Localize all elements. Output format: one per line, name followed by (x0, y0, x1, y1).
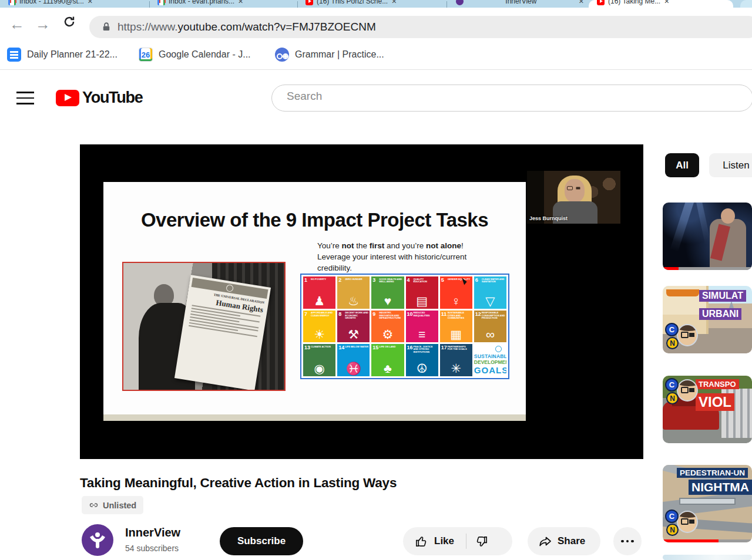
slide-bottom-strip (103, 414, 526, 421)
cn-channel-badge: C N (665, 323, 698, 351)
bookmark-label: Daily Planner 21-22... (27, 49, 118, 60)
sdg-tile-8: 8DECENT WORK AND ECONOMIC GROWTH⚒ (337, 311, 370, 343)
related-video-thumbnail[interactable]: SIMULAT URBANI C N (663, 286, 752, 353)
related-video-thumbnail[interactable] (663, 203, 752, 270)
search-input[interactable] (287, 90, 639, 103)
sdg-tile-12: 12RESPONSIBLE CONSUMPTION AND PRODUCTION… (474, 311, 506, 343)
webcam-overlay: Jess Burnquist (527, 171, 620, 224)
back-icon[interactable]: ← (9, 14, 25, 35)
bookmark-google-calendar[interactable]: 26 Google Calendar - J... (139, 48, 251, 62)
host-face-icon (677, 379, 698, 402)
innerview-icon (456, 0, 464, 5)
tab-current-video[interactable]: (16) Taking Me... ✕ (597, 0, 727, 8)
speaker-name-label: Jess Burnquist (529, 215, 568, 221)
tab-title: InnerView (505, 0, 536, 5)
subscriber-count: 54 subscribers (125, 544, 179, 553)
thumbnail-text: NIGHTMA (689, 480, 752, 495)
menu-icon[interactable] (16, 92, 34, 104)
sdg-tile-13: 13CLIMATE ACTION◉ (303, 344, 335, 376)
sdg-tile-9: 9INDUSTRY, INNOVATION AND INFRASTRUCTURE… (371, 311, 404, 343)
search-box[interactable] (271, 85, 752, 112)
browser-toolbar: ← → https://www.youtube.com/watch?v=FMJ7… (0, 8, 752, 42)
sdg-tile-5: 5GENDER EQUALITY♀ (440, 276, 472, 309)
lock-icon (101, 22, 112, 32)
tab-inbox-2[interactable]: Inbox - evan.phans... ✕ (157, 0, 290, 8)
sdg-tile-4: 4QUALITY EDUCATION▤ (406, 276, 438, 309)
youtube-logo[interactable]: YouTube (56, 89, 142, 107)
close-icon[interactable]: ✕ (88, 0, 93, 5)
related-video-thumbnail[interactable]: TRANSPO VIOL C N (663, 376, 752, 443)
sdg-logo-tile: SUSTAINABLE DEVELOPMENT GOALS (474, 344, 506, 376)
host-face-icon (677, 324, 698, 346)
slide-body-text: You’re not the first and you’re not alon… (317, 241, 494, 274)
sdg-tile-3: 3GOOD HEALTH AND WELL-BEING♥ (371, 276, 404, 309)
thumbnail-text: TRANSPO (696, 379, 739, 389)
close-icon[interactable]: ✕ (238, 0, 243, 5)
reload-icon[interactable] (62, 15, 76, 29)
tab-title: Inbox - 111990@st... (19, 0, 84, 5)
chip-all[interactable]: All (665, 153, 699, 177)
docs-icon (7, 48, 21, 62)
thumbnail-text: SIMULAT (699, 290, 746, 302)
cn-channel-badge: C N (665, 378, 698, 406)
gmail-icon (8, 0, 16, 5)
share-arrow-icon (538, 534, 552, 548)
video-player[interactable]: Overview of the 9 Impact Project Tasks Y… (80, 144, 643, 459)
sdg-tile-14: 14LIFE BELOW WATER♓ (337, 344, 370, 376)
tab-divider (446, 1, 447, 8)
more-actions-button[interactable] (613, 527, 642, 555)
unlisted-label: Unlisted (103, 501, 136, 510)
gmail-icon (157, 0, 165, 5)
presentation-slide: Overview of the 9 Impact Project Tasks Y… (103, 182, 526, 414)
thumbnail-text: PEDESTRIAN-UN (677, 468, 748, 478)
share-button[interactable]: Share (528, 527, 600, 555)
sdg-tile-1: 1NO POVERTY♟ (303, 276, 335, 309)
url-text: https://www.youtube.com/watch?v=FMJ7BZOE… (118, 21, 376, 33)
sdg-grid: 1NO POVERTY♟2ZERO HUNGER♨3GOOD HEALTH AN… (300, 274, 509, 379)
related-video-thumbnail-partial[interactable] (663, 555, 752, 560)
sdg-tile-17: 17PARTNERSHIPS FOR THE GOALS✳ (440, 344, 472, 376)
close-icon[interactable]: ✕ (391, 0, 397, 5)
bookmark-label: Grammar | Practice... (295, 49, 384, 60)
bridge-shape (679, 498, 736, 505)
host-face-icon (677, 511, 698, 533)
url-bar[interactable]: https://www.youtube.com/watch?v=FMJ7BZOE… (89, 16, 752, 38)
related-video-thumbnail[interactable]: PEDESTRIAN-UN NIGHTMA C N (663, 465, 752, 542)
tab-innerview[interactable]: InnerView ✕ (456, 0, 584, 8)
chip-listen[interactable]: Listen (709, 153, 752, 177)
sdg-tile-7: 7AFFORDABLE AND CLEAN ENERGY☀ (303, 311, 335, 343)
bookmark-daily-planner[interactable]: Daily Planner 21-22... (7, 48, 118, 62)
youtube-icon (306, 0, 313, 5)
pill-divider (466, 534, 466, 549)
like-label[interactable]: Like (434, 535, 454, 547)
thumbs-down-icon[interactable] (475, 535, 488, 548)
sdg-tile-15: 15LIFE ON LAND♣ (371, 344, 404, 376)
close-icon[interactable]: ✕ (579, 0, 584, 5)
tab-inbox-1[interactable]: Inbox - 111990@st... ✕ (8, 0, 143, 8)
tab-title: (16) This Ponzi Sche... (317, 0, 388, 5)
slide-title: Overview of the 9 Impact Project Tasks (103, 209, 526, 231)
innerview-logo-icon (88, 531, 107, 549)
youtube-wordmark: YouTube (82, 89, 142, 107)
thumbnail-text: URBANI (699, 308, 741, 320)
performer-figure (710, 219, 746, 270)
forward-icon[interactable]: → (35, 14, 51, 35)
more-icon (621, 540, 624, 543)
unlisted-badge: Unlisted (82, 496, 143, 514)
channel-avatar[interactable] (82, 524, 113, 556)
subscribe-button[interactable]: Subscribe (220, 527, 303, 555)
tab-ponzi-video[interactable]: (16) This Ponzi Sche... ✕ (306, 0, 439, 8)
tab-title: (16) Taking Me... (608, 0, 660, 5)
bookmark-grammar-practice[interactable]: Grammar | Practice... (275, 48, 384, 62)
watch-progress-bar (663, 539, 752, 542)
sdg-tile-16: 16PEACE, JUSTICE AND STRONG INSTITUTIONS… (406, 344, 438, 376)
thumbs-up-icon[interactable] (415, 535, 428, 548)
youtube-play-icon (56, 90, 79, 106)
tab-title: Inbox - evan.phans... (169, 0, 234, 5)
calendar-icon: 26 (139, 48, 153, 62)
close-icon[interactable]: ✕ (664, 0, 669, 5)
youtube-icon (597, 0, 605, 5)
human-rights-poster: THE UNIVERSAL DECLARATION Human Rights (174, 275, 271, 390)
channel-name[interactable]: InnerView (125, 526, 180, 539)
tab-divider (297, 1, 298, 8)
